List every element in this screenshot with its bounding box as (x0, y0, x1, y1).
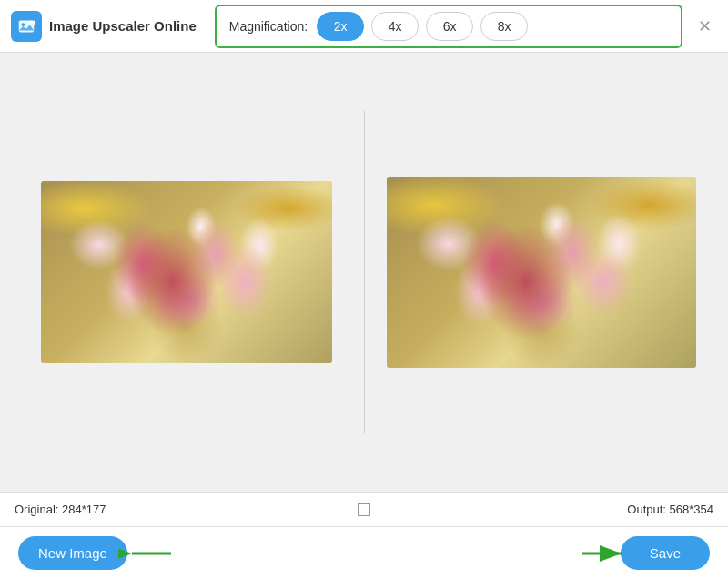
output-image-panel (374, 71, 711, 473)
app-logo: Image Upscaler Online (11, 11, 197, 42)
output-info: Output: 568*354 (400, 503, 713, 516)
new-image-button[interactable]: New Image (18, 536, 127, 570)
mag-buttons: 2x 4x 6x 8x (317, 12, 528, 41)
original-image (41, 181, 332, 363)
footer: New Image Save (0, 526, 728, 579)
mag-4x-button[interactable]: 4x (371, 12, 419, 41)
close-button[interactable]: ✕ (692, 14, 717, 39)
svg-point-1 (22, 23, 25, 26)
header: Image Upscaler Online Magnification: 2x … (0, 0, 728, 53)
mag-2x-button[interactable]: 2x (317, 12, 364, 41)
compare-checkbox[interactable] (358, 503, 370, 516)
original-image-panel (18, 71, 355, 473)
mag-8x-button[interactable]: 8x (480, 12, 528, 41)
app-title: Image Upscaler Online (49, 18, 197, 34)
magnification-label: Magnification: (229, 19, 308, 34)
compare-checkbox-area (328, 503, 400, 516)
magnification-panel: Magnification: 2x 4x 6x 8x (215, 5, 682, 48)
save-label: Save (650, 545, 681, 561)
main-content (0, 53, 728, 492)
mag-6x-button[interactable]: 6x (426, 12, 473, 41)
original-info: Original: 284*177 (15, 503, 328, 516)
save-arrow (581, 537, 635, 570)
output-image (387, 177, 696, 368)
logo-icon (11, 11, 42, 42)
image-divider (364, 111, 365, 433)
info-bar: Original: 284*177 Output: 568*354 (0, 492, 728, 526)
new-image-label: New Image (38, 545, 107, 561)
new-image-arrow (118, 537, 173, 570)
